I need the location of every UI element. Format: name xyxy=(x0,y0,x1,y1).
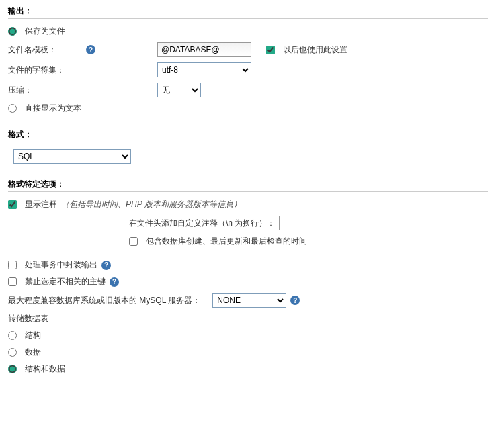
compression-select[interactable]: 无 xyxy=(157,83,201,97)
display-text-label: 直接显示为文本 xyxy=(25,103,81,114)
save-as-file-label: 保存为文件 xyxy=(25,26,65,37)
compat-select[interactable]: NONE xyxy=(212,293,286,308)
use-future-label: 以后也使用此设置 xyxy=(283,44,347,56)
dump-both-label: 结构和数据 xyxy=(25,363,65,375)
use-future-checkbox[interactable] xyxy=(266,46,275,54)
custom-comment-label: 在文件头添加自定义注释（\n 为换行）： xyxy=(129,218,275,229)
compat-label: 最大程度兼容数据库系统或旧版本的 MySQL 服务器： xyxy=(8,295,200,306)
dump-both-radio[interactable] xyxy=(8,365,17,373)
show-comments-label: 显示注释 xyxy=(25,199,57,210)
dump-structure-radio[interactable] xyxy=(8,331,17,340)
transaction-wrap-checkbox[interactable] xyxy=(8,261,17,269)
dump-tables-label: 转储数据表 xyxy=(8,313,48,324)
output-section-title: 输出： xyxy=(8,5,488,19)
disable-fk-label: 禁止选定不相关的主键 xyxy=(25,276,106,287)
save-as-file-radio[interactable] xyxy=(8,27,17,36)
display-text-radio[interactable] xyxy=(8,104,17,113)
charset-select[interactable]: utf-8 xyxy=(157,62,251,77)
filename-template-input[interactable] xyxy=(157,42,251,57)
show-comments-note: （包括导出时间、PHP 版本和服务器版本等信息） xyxy=(61,199,241,210)
charset-label: 文件的字符集： xyxy=(8,64,82,76)
help-icon[interactable]: ? xyxy=(290,296,300,305)
include-db-times-checkbox[interactable] xyxy=(129,237,138,246)
dump-data-radio[interactable] xyxy=(8,348,17,357)
custom-comment-input[interactable] xyxy=(279,216,386,230)
options-section-title: 格式特定选项： xyxy=(8,179,488,192)
transaction-wrap-label: 处理事务中封装输出 xyxy=(25,259,97,271)
format-select[interactable]: SQL xyxy=(13,149,131,164)
dump-structure-label: 结构 xyxy=(25,330,41,341)
filename-template-label: 文件名模板： xyxy=(8,44,82,56)
disable-fk-checkbox[interactable] xyxy=(8,277,17,286)
compression-label: 压缩： xyxy=(8,85,82,96)
format-section-title: 格式： xyxy=(8,129,488,142)
help-icon[interactable]: ? xyxy=(86,45,95,54)
include-db-times-label: 包含数据库创建、最后更新和最后检查的时间 xyxy=(146,236,307,247)
help-icon[interactable]: ? xyxy=(110,277,119,287)
show-comments-checkbox[interactable] xyxy=(8,200,17,209)
dump-data-label: 数据 xyxy=(25,347,41,358)
help-icon[interactable]: ? xyxy=(101,261,111,270)
